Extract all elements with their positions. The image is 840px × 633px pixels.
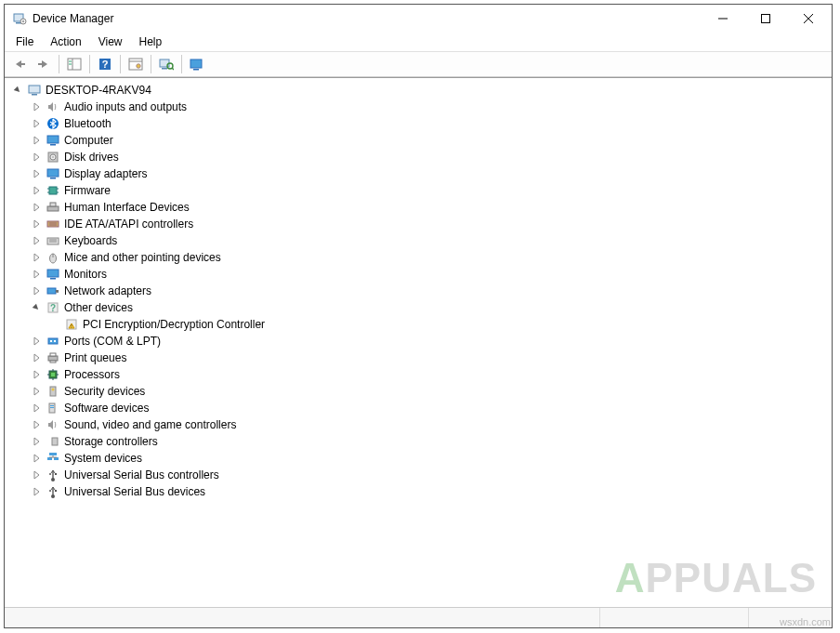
tree-category-node[interactable]: Firmware — [7, 182, 830, 199]
expand-icon[interactable] — [29, 334, 44, 349]
tree-category-node[interactable]: Universal Serial Bus controllers — [7, 467, 830, 483]
tree-category-node[interactable]: IDE ATA/ATAPI controllers — [7, 216, 830, 232]
tree-node-label: Keyboards — [64, 234, 117, 247]
warning-icon: ! — [64, 317, 79, 332]
tree-node-label: System devices — [64, 452, 142, 465]
tree-node-label: Audio inputs and outputs — [64, 100, 187, 113]
expand-icon[interactable] — [29, 384, 44, 399]
collapse-icon[interactable] — [29, 300, 44, 315]
expand-icon[interactable] — [29, 250, 44, 265]
expand-icon[interactable] — [29, 200, 44, 215]
tree-node-label: Mice and other pointing devices — [64, 251, 221, 264]
menu-action[interactable]: Action — [43, 33, 88, 50]
expand-icon[interactable] — [29, 217, 44, 231]
tree-category-node[interactable]: Universal Serial Bus devices — [7, 483, 830, 500]
tree-category-node[interactable]: Mice and other pointing devices — [7, 249, 830, 266]
collapse-icon[interactable] — [10, 83, 25, 98]
expand-icon[interactable] — [29, 116, 44, 131]
minimize-button[interactable] — [702, 5, 744, 33]
expand-icon[interactable] — [29, 267, 44, 282]
tree-category-node[interactable]: Network adapters — [7, 283, 830, 299]
window-title: Device Manager — [33, 12, 113, 25]
toolbar-add-hardware-button[interactable] — [186, 54, 208, 74]
expand-icon[interactable] — [29, 183, 44, 198]
svg-rect-85 — [55, 473, 57, 475]
device-tree-panel[interactable]: DESKTOP-4RAKV94Audio inputs and outputsB… — [5, 77, 832, 607]
menubar: File Action View Help — [5, 33, 832, 51]
tree-category-node[interactable]: Computer — [7, 132, 830, 149]
tree-category-node[interactable]: Audio inputs and outputs — [7, 99, 830, 115]
window-controls — [702, 5, 830, 33]
tree-category-node[interactable]: Display adapters — [7, 165, 830, 182]
printer-icon — [46, 350, 60, 365]
svg-rect-23 — [190, 59, 202, 68]
tree-category-node[interactable]: Ports (COM & LPT) — [7, 333, 830, 349]
svg-rect-40 — [47, 206, 59, 211]
toolbar-scan-hardware-button[interactable] — [155, 54, 177, 74]
tree-category-node[interactable]: Security devices — [7, 383, 830, 400]
computer-icon — [27, 83, 42, 98]
tree-category-node[interactable]: System devices — [7, 450, 830, 467]
tree-node-label: Computer — [64, 134, 113, 147]
tree-node-label: Human Interface Devices — [64, 201, 190, 214]
toolbar-help-button[interactable]: ? — [94, 54, 116, 74]
toolbar-show-tree-button[interactable] — [63, 54, 85, 74]
tree-node-label: Monitors — [64, 268, 107, 281]
statusbar-pane-3 — [748, 608, 832, 627]
tree-category-node[interactable]: ?Other devices — [7, 299, 830, 316]
svg-rect-62 — [48, 356, 58, 361]
chip-icon — [46, 183, 60, 198]
monitor-icon — [46, 267, 60, 282]
tree-category-node[interactable]: Keyboards — [7, 232, 830, 249]
tree-device-node[interactable]: !PCI Encryption/Decryption Controller — [7, 316, 830, 333]
expand-icon[interactable] — [29, 468, 44, 482]
port-icon — [46, 334, 60, 349]
bluetooth-icon — [46, 116, 60, 131]
tree-node-label: Ports (COM & LPT) — [64, 335, 161, 348]
expand-icon[interactable] — [29, 350, 44, 365]
expand-icon[interactable] — [29, 166, 44, 181]
tree-root-node[interactable]: DESKTOP-4RAKV94 — [7, 82, 830, 99]
tree-category-node[interactable]: Software devices — [7, 400, 830, 416]
expand-icon[interactable] — [29, 367, 44, 382]
tree-node-label: Universal Serial Bus devices — [64, 485, 205, 498]
tree-category-node[interactable]: Monitors — [7, 266, 830, 283]
toolbar-properties-button[interactable] — [125, 54, 147, 74]
close-button[interactable] — [787, 5, 830, 33]
svg-rect-28 — [47, 136, 59, 143]
expand-icon[interactable] — [29, 133, 44, 148]
tree-category-node[interactable]: Print queues — [7, 349, 830, 366]
tree-node-label: Universal Serial Bus controllers — [64, 468, 219, 481]
expand-icon[interactable] — [29, 150, 44, 165]
toolbar-back-button[interactable] — [8, 54, 31, 74]
tree-category-node[interactable]: Human Interface Devices — [7, 199, 830, 216]
tree-node-label: IDE ATA/ATAPI controllers — [64, 218, 193, 231]
menu-view[interactable]: View — [91, 33, 130, 50]
expand-icon[interactable] — [29, 434, 44, 449]
expand-icon[interactable] — [29, 417, 44, 432]
expand-icon[interactable] — [29, 401, 44, 415]
tree-node-label: Display adapters — [64, 167, 147, 180]
expand-icon[interactable] — [29, 451, 44, 466]
expand-icon[interactable] — [29, 484, 44, 499]
tree-node-label: Other devices — [64, 301, 133, 314]
expand-icon[interactable] — [29, 284, 44, 298]
toolbar-forward-button[interactable] — [33, 54, 55, 74]
expand-icon[interactable] — [29, 233, 44, 248]
usb-icon — [46, 484, 60, 499]
tree-category-node[interactable]: Sound, video and game controllers — [7, 416, 830, 433]
unknown-icon: ? — [46, 300, 60, 315]
toolbar-separator — [151, 55, 151, 73]
svg-text:?: ? — [102, 59, 109, 70]
maximize-button[interactable] — [744, 5, 787, 33]
tree-category-node[interactable]: Storage controllers — [7, 433, 830, 450]
tree-category-node[interactable]: Bluetooth — [7, 115, 830, 132]
tree-category-node[interactable]: Processors — [7, 366, 830, 383]
expand-icon[interactable] — [29, 99, 44, 114]
svg-rect-26 — [32, 94, 37, 96]
svg-rect-61 — [54, 340, 56, 342]
tree-category-node[interactable]: Disk drives — [7, 149, 830, 165]
menu-file[interactable]: File — [8, 33, 41, 50]
tree-node-label: Sound, video and game controllers — [64, 418, 236, 431]
menu-help[interactable]: Help — [132, 33, 170, 50]
